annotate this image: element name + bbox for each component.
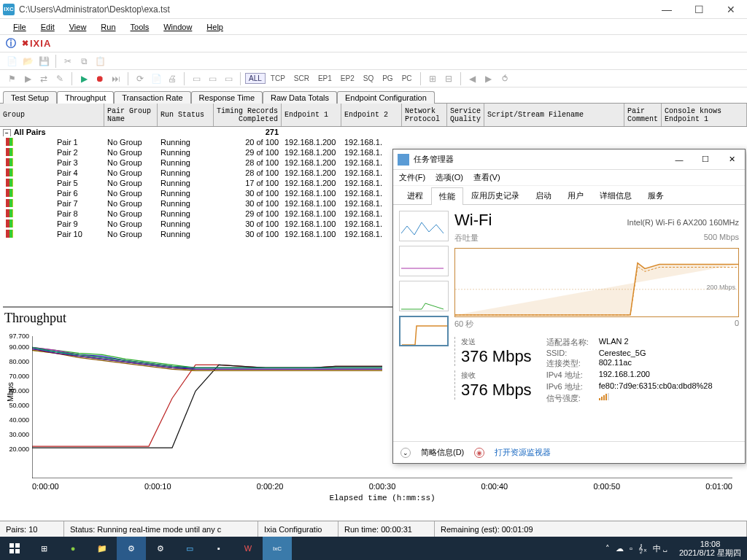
tm-tab-users[interactable]: 用户 (560, 187, 592, 204)
flag-icon[interactable]: ⚑ (4, 71, 19, 86)
new-icon[interactable]: 📄 (4, 54, 19, 69)
col-console[interactable]: Console knows Endpoint 1 (662, 104, 747, 126)
menu-window[interactable]: Window (156, 21, 199, 33)
tray-app-icon[interactable]: ▫ (630, 544, 632, 553)
stop-icon[interactable]: ⏺ (93, 71, 107, 86)
tab-endpoint-config[interactable]: Endpoint Configuration (337, 91, 435, 104)
table-row[interactable]: Pair 1 No Group Running 20 of 100 192.16… (0, 137, 747, 147)
tm-tab-apphistory[interactable]: 应用历史记录 (463, 187, 527, 204)
taskview-icon[interactable]: ⊞ (29, 537, 58, 560)
tray-cloud-icon[interactable]: ☁ (616, 544, 624, 553)
col-protocol[interactable]: Network Protocol (402, 104, 447, 126)
filter-pg[interactable]: PG (379, 73, 396, 84)
tm-tab-services[interactable]: 服务 (640, 187, 672, 204)
col-ep1[interactable]: Endpoint 1 (282, 104, 341, 126)
thumb-cpu[interactable] (399, 211, 449, 241)
cut-icon[interactable]: ✂ (61, 54, 75, 69)
filter-all[interactable]: ALL (245, 73, 266, 84)
left-icon[interactable]: ◀ (465, 71, 480, 86)
thumb-wifi[interactable] (399, 316, 449, 346)
loop-icon[interactable]: ⥀ (498, 71, 512, 86)
taskmgr-menu-file[interactable]: 文件(F) (399, 172, 425, 183)
doc-icon[interactable]: 📄 (149, 71, 163, 86)
pair-icon[interactable]: ⇄ (36, 71, 51, 86)
edit-icon[interactable]: ✎ (53, 71, 67, 86)
tab-throughput[interactable]: Throughput (57, 91, 114, 104)
skip-icon[interactable]: ⏭ (109, 71, 123, 86)
menu-file[interactable]: File (6, 21, 34, 33)
thumb-memory[interactable] (399, 246, 449, 276)
ixchariot-icon[interactable]: IxC (263, 537, 292, 560)
start-button[interactable] (0, 537, 29, 560)
p2-icon[interactable]: ▭ (205, 71, 220, 86)
wps-icon[interactable]: W (233, 537, 263, 560)
tab-raw-data-totals[interactable]: Raw Data Totals (263, 91, 337, 104)
tray-volume-icon[interactable]: 𝄞ₓ (638, 544, 647, 553)
filter-ep2[interactable]: EP2 (337, 73, 358, 84)
chevron-down-icon[interactable]: ⌄ (400, 448, 411, 458)
tm-tab-details[interactable]: 详细信息 (592, 187, 640, 204)
filter-scr[interactable]: SCR (290, 73, 313, 84)
taskmgr-wifi-graph: 200 Mbps (454, 248, 739, 317)
sync-icon[interactable]: ⟳ (133, 71, 147, 86)
filter-ep1[interactable]: EP1 (314, 73, 336, 84)
filter-tcp[interactable]: TCP (267, 73, 289, 84)
collapse-icon[interactable]: ⊟ (441, 71, 456, 86)
p3-icon[interactable]: ▭ (221, 71, 236, 86)
menu-view[interactable]: View (62, 21, 94, 33)
tm-tab-performance[interactable]: 性能 (431, 187, 463, 205)
menu-run[interactable]: Run (93, 21, 123, 33)
taskmgr-minimize[interactable]: — (666, 149, 692, 170)
copy-icon[interactable]: ⧉ (77, 54, 91, 69)
save-icon[interactable]: 💾 (36, 54, 51, 69)
app1-icon[interactable]: ⚙ (117, 537, 146, 560)
right-icon[interactable]: ▶ (481, 71, 496, 86)
tm-tab-startup[interactable]: 启动 (527, 187, 560, 204)
taskbar-clock[interactable]: 18:08 2021/8/12 星期四 (673, 540, 741, 557)
play-icon[interactable]: ▶ (77, 71, 91, 86)
menu-tools[interactable]: Tools (123, 21, 157, 33)
explorer-icon[interactable]: 📁 (88, 537, 117, 560)
col-script[interactable]: Script/Stream Filename (484, 104, 624, 126)
tab-transaction-rate[interactable]: Transaction Rate (114, 91, 190, 104)
brief-info-link[interactable]: 简略信息(D) (421, 447, 464, 458)
graph-label: 吞吐量 (454, 233, 479, 244)
menu-edit[interactable]: Edit (34, 21, 62, 33)
p1-icon[interactable]: ▭ (189, 71, 204, 86)
run-icon[interactable]: ▶ (20, 71, 35, 86)
taskmgr-menu-view[interactable]: 查看(V) (473, 172, 500, 183)
filter-sq[interactable]: SQ (360, 73, 377, 84)
tm-tab-processes[interactable]: 进程 (399, 187, 431, 204)
tab-response-time[interactable]: Response Time (191, 91, 263, 104)
thumb-disk[interactable] (399, 281, 449, 311)
col-quality[interactable]: Service Quality (447, 104, 484, 126)
open-resmon-link[interactable]: 打开资源监视器 (495, 447, 551, 458)
tab-test-setup[interactable]: Test Setup (3, 91, 57, 104)
menu-help[interactable]: Help (199, 21, 231, 33)
col-group[interactable]: Group (0, 104, 104, 126)
col-comment[interactable]: Pair Comment (624, 104, 662, 126)
open-icon[interactable]: 📂 (20, 54, 35, 69)
close-button[interactable]: ✕ (715, 0, 747, 19)
app2-icon[interactable]: ▭ (175, 537, 204, 560)
browser-icon[interactable]: ● (58, 537, 88, 560)
filter-pc[interactable]: PC (398, 73, 416, 84)
taskmgr-close[interactable]: ✕ (719, 149, 745, 170)
minimize-button[interactable]: — (651, 0, 683, 19)
col-ep2[interactable]: Endpoint 2 (341, 104, 402, 126)
terminal-icon[interactable]: ▪ (204, 537, 233, 560)
taskmgr-menu-options[interactable]: 选项(O) (436, 172, 463, 183)
col-timing[interactable]: Timing Records Completed (214, 104, 282, 126)
print-icon[interactable]: 🖨 (165, 71, 179, 86)
tray-ime[interactable]: 中 ␣ (653, 543, 667, 554)
help-icon[interactable]: ⓘ (6, 37, 16, 50)
all-pairs-row[interactable]: −All Pairs 271 (0, 127, 747, 137)
settings-icon[interactable]: ⚙ (146, 537, 175, 560)
taskmgr-maximize[interactable]: ☐ (692, 149, 719, 170)
maximize-button[interactable]: ☐ (683, 0, 715, 19)
col-run-status[interactable]: Run Status (158, 104, 214, 126)
tray-up-icon[interactable]: ˄ (605, 544, 610, 553)
expand-icon[interactable]: ⊞ (425, 71, 440, 86)
col-pair-group[interactable]: Pair Group Name (104, 104, 158, 126)
paste-icon[interactable]: 📋 (93, 54, 107, 69)
